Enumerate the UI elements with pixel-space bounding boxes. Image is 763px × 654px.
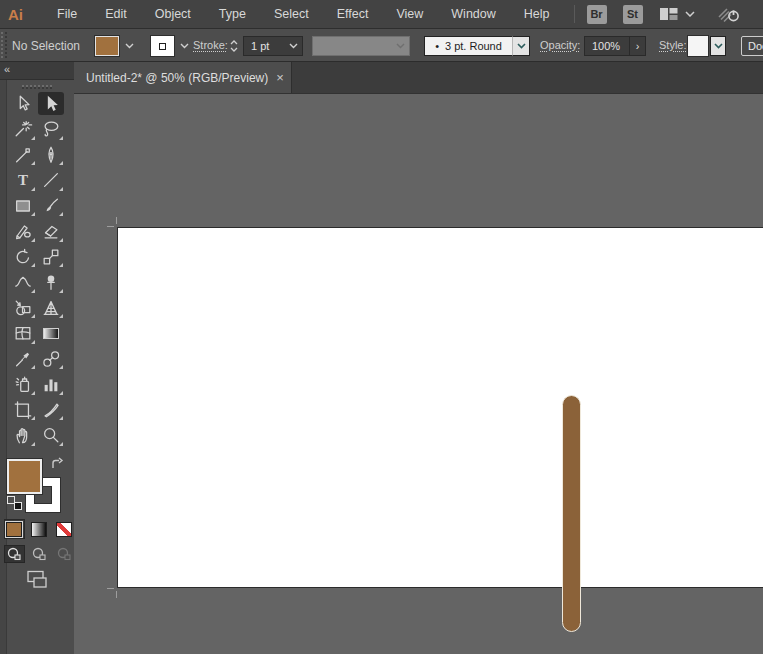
tab-close-icon[interactable]: × [268,71,284,84]
shape-builder-tool[interactable] [10,296,36,319]
direct-selection-tool[interactable] [38,92,64,115]
slice-tool[interactable] [38,398,64,421]
line-segment-tool[interactable] [38,169,64,192]
menu-window[interactable]: Window [437,7,509,21]
menu-effect[interactable]: Effect [323,7,383,21]
menu-type[interactable]: Type [205,7,260,21]
style-panel-link[interactable]: Style: [659,39,687,51]
collapse-panel-button[interactable]: « [4,63,9,75]
opacity-value: 100% [592,40,620,52]
menu-bar: Ai File Edit Object Type Select Effect V… [0,0,763,29]
draw-inside-button [53,545,74,563]
document-tab[interactable]: Untitled-2* @ 50% (RGB/Preview) × [74,62,292,93]
perspective-grid-tool[interactable] [38,296,64,319]
rectangle-tool[interactable] [10,194,36,217]
color-button[interactable] [4,519,25,539]
opacity-expand-button[interactable]: › [630,36,646,56]
panel-dock-edge [0,62,7,654]
stroke-weight-stepper[interactable] [228,36,240,56]
mesh-tool[interactable] [10,322,36,345]
paintbrush-tool[interactable] [38,194,64,217]
fill-color-swatch[interactable] [95,36,119,56]
column-graph-tool[interactable] [38,373,64,396]
brush-name: 3 pt. Round [445,40,502,52]
workspace-chevron-icon[interactable] [685,11,695,17]
main-row: « [0,62,763,654]
eraser-tool[interactable] [38,220,64,243]
opacity-panel-link[interactable]: Opacity: [540,39,580,51]
gpu-performance-icon[interactable] [717,5,741,23]
rotate-tool[interactable] [10,245,36,268]
drawn-brown-bar-shape[interactable] [562,395,581,632]
puppet-warp-tool[interactable] [38,271,64,294]
hand-tool[interactable] [10,424,36,447]
bridge-button[interactable]: Br [587,5,607,24]
crop-mark [116,591,117,598]
fill-color-chevron-icon[interactable] [122,36,137,56]
menu-view[interactable]: View [382,7,437,21]
selection-status: No Selection [12,39,80,53]
document-tab-bar: Untitled-2* @ 50% (RGB/Preview) × [74,62,763,94]
control-bar: No Selection Stroke: 1 pt • 3 pt. Round [0,29,763,62]
draw-mode-row [0,545,74,563]
scale-tool[interactable] [38,245,64,268]
menu-file[interactable]: File [43,7,91,21]
control-bar-grip[interactable] [1,32,7,58]
menu-object[interactable]: Object [141,7,205,21]
stock-button[interactable]: St [623,5,643,24]
symbol-sprayer-tool[interactable] [10,373,36,396]
tools-panel-grip[interactable] [22,85,52,89]
fill-stroke-widget [0,456,74,518]
stroke-panel-link[interactable]: Stroke: [193,39,228,51]
paint-mode-row [0,519,74,539]
type-tool[interactable]: T [10,169,36,192]
gradient-tool[interactable] [38,322,64,345]
width-tool[interactable] [10,271,36,294]
crop-mark [107,588,114,589]
curvature-tool[interactable] [38,143,64,166]
stroke-weight-value: 1 pt [251,40,269,52]
blend-tool[interactable] [38,347,64,370]
selection-tool[interactable] [10,92,36,115]
tools-grid: T [0,91,74,448]
type-tool-glyph: T [18,172,28,189]
menu-help[interactable]: Help [510,7,564,21]
lasso-tool[interactable] [38,118,64,141]
document-setup-button[interactable]: Doc [741,36,763,56]
workspace-switcher-icon[interactable] [659,7,679,21]
graphic-style-chevron-icon[interactable] [710,36,726,56]
menu-separator [574,5,575,23]
brush-preview: • 3 pt. Round [424,36,512,56]
draw-normal-button[interactable] [4,545,25,563]
stroke-color-chevron-icon[interactable] [177,36,192,56]
stroke-weight-field[interactable]: 1 pt [243,36,303,56]
document-tab-title: Untitled-2* @ 50% (RGB/Preview) [86,71,268,85]
canvas-workspace[interactable] [74,94,763,654]
menu-edit[interactable]: Edit [91,7,141,21]
shaper-tool[interactable] [10,220,36,243]
artboard[interactable] [117,227,763,588]
stroke-color-swatch[interactable] [151,36,174,56]
menu-select[interactable]: Select [260,7,323,21]
fill-color-indicator[interactable] [7,459,42,494]
swap-fill-stroke-icon[interactable] [51,457,67,475]
default-fill-stroke-icon[interactable] [7,496,22,510]
crop-mark [116,217,117,224]
illustrator-window: Ai File Edit Object Type Select Effect V… [0,0,763,654]
opacity-field[interactable]: 100% [584,36,630,56]
editor-area: Untitled-2* @ 50% (RGB/Preview) × [74,62,763,654]
artboard-tool[interactable] [10,398,36,421]
brush-definition-dropdown[interactable]: • 3 pt. Round [424,36,530,56]
graphic-style-swatch[interactable] [688,36,708,56]
magic-wand-tool[interactable] [10,118,36,141]
zoom-tool[interactable] [38,424,64,447]
brush-chevron-icon[interactable] [512,36,530,56]
draw-behind-button[interactable] [29,545,50,563]
eyedropper-tool[interactable] [10,347,36,370]
none-button[interactable] [53,519,74,539]
pen-tool[interactable] [10,143,36,166]
menu-items: File Edit Object Type Select Effect View… [43,7,564,21]
change-screen-mode-button[interactable] [24,570,50,594]
gradient-tool-swatch [43,328,59,339]
gradient-button[interactable] [29,519,50,539]
